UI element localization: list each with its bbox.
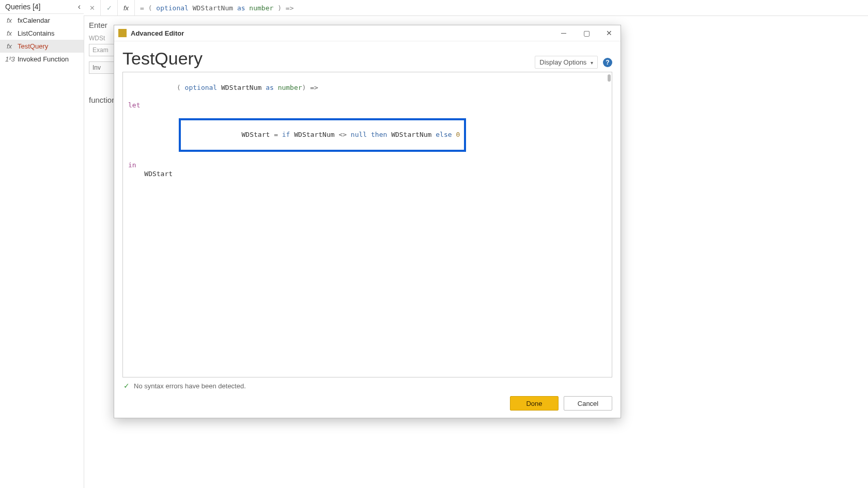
code-token: WDStartNum: [221, 84, 261, 91]
formula-bar: ✕ ✓ fx = ( optional WDStartNum as number…: [84, 0, 868, 16]
dialog-body: TestQuery Display Options ▾ ? ↖ ( option…: [114, 41, 621, 418]
queries-panel-header: Queries [4] ‹: [0, 0, 84, 14]
formula-token: (: [148, 4, 152, 12]
code-token: =>: [310, 84, 318, 91]
formula-commit-icon[interactable]: ✓: [101, 0, 118, 15]
code-token: in: [128, 161, 136, 169]
code-token: then: [371, 131, 387, 138]
code-token: WDStartNum: [294, 131, 334, 138]
invoke-button-label: Inv: [92, 64, 101, 71]
function-icon: fx: [5, 42, 13, 50]
queries-title: Queries [4]: [5, 3, 40, 11]
status-text: No syntax errors have been detected.: [134, 382, 246, 390]
app-icon: [118, 29, 127, 37]
code-line-highlighted: WDStart = if WDStartNum <> null then WDS…: [124, 109, 611, 161]
close-button[interactable]: ✕: [598, 25, 621, 41]
query-item-listcontains[interactable]: fx ListContains: [0, 27, 84, 40]
table-icon: 1²3: [5, 55, 13, 63]
maximize-button[interactable]: ▢: [575, 25, 598, 41]
dialog-header-row: TestQuery Display Options ▾ ?: [122, 49, 612, 69]
display-options-label: Display Options: [539, 58, 586, 66]
app-root: Queries [4] ‹ fx fxCalendar fx ListConta…: [0, 0, 868, 488]
formula-token: ): [277, 4, 282, 12]
query-name-heading: TestQuery: [122, 49, 203, 69]
highlight-box: WDStart = if WDStartNum <> null then WDS…: [179, 118, 466, 152]
code-token: (: [177, 84, 181, 91]
formula-fx-icon[interactable]: fx: [118, 0, 135, 15]
display-options-dropdown[interactable]: Display Options ▾: [535, 56, 598, 69]
code-token: WDStartNum: [391, 131, 431, 138]
code-token: null: [351, 131, 367, 138]
formula-token: =: [140, 4, 144, 12]
code-token: 0: [456, 131, 460, 138]
code-token: if: [282, 131, 290, 138]
formula-token: =>: [286, 4, 294, 12]
code-token: number: [278, 84, 302, 91]
advanced-editor-dialog: Advanced Editor ─ ▢ ✕ TestQuery Display …: [114, 25, 621, 418]
code-line: let: [124, 101, 611, 109]
code-line: in: [124, 161, 611, 169]
formula-token: optional: [156, 4, 189, 12]
status-row: ✓ No syntax errors have been detected.: [122, 377, 612, 390]
code-token: as: [266, 84, 274, 91]
chevron-down-icon: ▾: [591, 60, 593, 66]
function-icon: fx: [5, 17, 13, 24]
query-item-label: TestQuery: [18, 42, 48, 50]
code-token: <>: [338, 131, 347, 138]
query-item-label: Invoked Function: [18, 55, 69, 63]
help-icon[interactable]: ?: [603, 58, 612, 67]
scrollbar-thumb[interactable]: [608, 74, 611, 82]
collapse-panel-icon[interactable]: ‹: [78, 2, 81, 11]
query-item-invoked-function[interactable]: 1²3 Invoked Function: [0, 53, 84, 66]
minimize-button[interactable]: ─: [552, 25, 575, 41]
code-line: WDStart: [124, 169, 611, 178]
query-item-fxcalendar[interactable]: fx fxCalendar: [0, 14, 84, 27]
formula-token: WDStartNum: [193, 4, 233, 12]
dialog-footer: Done Cancel: [122, 390, 612, 413]
formula-token: number: [249, 4, 273, 12]
queries-panel: Queries [4] ‹ fx fxCalendar fx ListConta…: [0, 0, 84, 488]
dialog-title: Advanced Editor: [131, 29, 184, 37]
query-item-testquery[interactable]: fx TestQuery: [0, 40, 84, 53]
code-token: let: [128, 101, 140, 109]
formula-cancel-icon[interactable]: ✕: [84, 0, 101, 15]
query-item-label: fxCalendar: [18, 17, 50, 24]
code-editor[interactable]: ( optional WDStartNum as number) => let …: [122, 72, 612, 377]
done-button[interactable]: Done: [510, 396, 559, 411]
code-token: =: [274, 131, 278, 138]
placeholder-text: Exam: [92, 46, 109, 54]
formula-text[interactable]: = ( optional WDStartNum as number ) =>: [135, 4, 293, 12]
checkmark-icon: ✓: [123, 382, 130, 390]
query-item-label: ListContains: [18, 29, 55, 37]
code-token: WDStart: [242, 131, 270, 138]
code-token: optional: [185, 84, 218, 91]
code-line: ( optional WDStartNum as number) =>: [124, 74, 611, 101]
dialog-titlebar[interactable]: Advanced Editor ─ ▢ ✕: [114, 25, 621, 41]
code-token: WDStart: [144, 170, 173, 178]
cancel-button[interactable]: Cancel: [564, 396, 612, 411]
code-token: else: [436, 131, 452, 138]
function-icon: fx: [5, 29, 13, 37]
formula-token: as: [237, 4, 245, 12]
